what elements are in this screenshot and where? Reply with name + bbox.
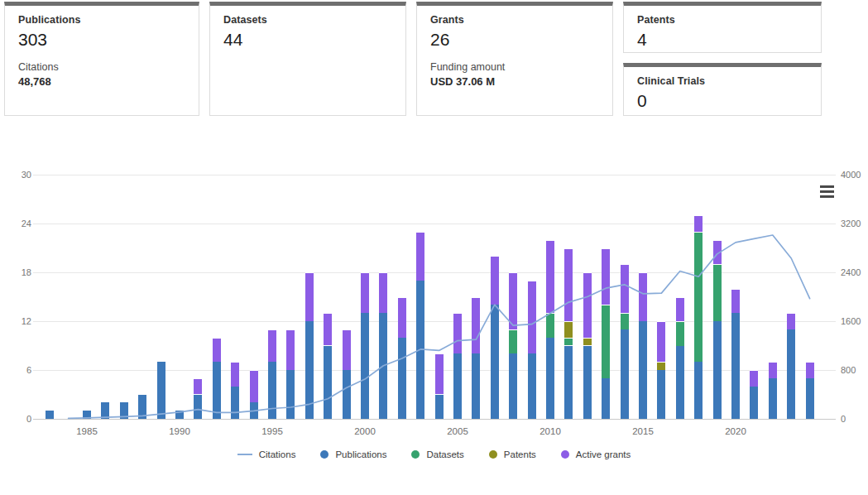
bar-segment-active-grants[interactable] [750,370,758,387]
legend-item-patents[interactable]: Patents [489,449,536,459]
bar-segment-publications[interactable] [583,346,592,420]
bar-segment-active-grants[interactable] [639,272,647,321]
bar-segment-datasets[interactable] [546,313,554,338]
bar-segment-publications[interactable] [453,353,462,419]
bar-segment-publications[interactable] [731,313,740,419]
bar-segment-publications[interactable] [528,353,536,419]
bar-segment-active-grants[interactable] [416,232,424,281]
bar-segment-active-grants[interactable] [621,264,629,313]
bar-segment-active-grants[interactable] [379,272,387,313]
bar-segment-active-grants[interactable] [324,313,332,345]
bar-segment-publications[interactable] [231,387,239,419]
bar-segment-datasets[interactable] [509,329,517,354]
bar-segment-datasets[interactable] [694,232,703,362]
bar-segment-publications[interactable] [694,362,703,419]
bar-segment-publications[interactable] [546,338,554,419]
bar-segment-publications[interactable] [46,411,54,419]
legend-label: Citations [259,449,296,459]
bar-segment-publications[interactable] [175,411,184,419]
bar-segment-publications[interactable] [750,387,758,419]
bar-segment-publications[interactable] [639,321,647,419]
bar-segment-publications[interactable] [435,395,444,420]
bar-segment-publications[interactable] [621,329,629,419]
bar-segment-active-grants[interactable] [713,240,722,265]
left-axis-tick-label: 30 [3,171,31,180]
bar-segment-publications[interactable] [138,395,146,420]
bar-segment-active-grants[interactable] [676,297,684,322]
bar-segment-publications[interactable] [713,321,722,419]
bar-segment-patents[interactable] [657,362,665,370]
bar-segment-active-grants[interactable] [564,248,573,322]
bar-segment-active-grants[interactable] [546,240,554,314]
bar-segment-active-grants[interactable] [268,329,276,362]
bar-segment-active-grants[interactable] [694,215,703,232]
bar-segment-publications[interactable] [101,402,109,419]
x-axis-tick-label: 2000 [347,426,383,436]
bar-segment-publications[interactable] [657,370,665,419]
bar-segment-publications[interactable] [343,370,351,419]
bar-segment-active-grants[interactable] [231,362,239,387]
bar-segment-publications[interactable] [416,281,424,419]
bar-segment-publications[interactable] [194,395,202,420]
legend-item-citations[interactable]: Citations [237,449,296,459]
bar-segment-publications[interactable] [491,305,499,419]
bar-segment-active-grants[interactable] [398,297,406,338]
bar-segment-publications[interactable] [361,313,369,419]
bar-segment-active-grants[interactable] [731,289,740,314]
bar-segment-publications[interactable] [806,378,814,419]
bar-segment-publications[interactable] [120,402,128,419]
bar-segment-active-grants[interactable] [435,353,444,394]
bar-segment-active-grants[interactable] [769,362,777,378]
bar-segment-publications[interactable] [509,353,517,419]
bar-segment-patents[interactable] [583,338,592,346]
bar-segment-datasets[interactable] [713,264,722,321]
bar-segment-datasets[interactable] [676,321,684,346]
bar-segment-active-grants[interactable] [472,297,480,354]
legend-item-datasets[interactable]: Datasets [411,449,463,459]
bar-segment-publications[interactable] [472,353,480,419]
bar-segment-active-grants[interactable] [528,281,536,354]
bar-segment-active-grants[interactable] [602,248,610,305]
bar-segment-datasets[interactable] [621,313,629,329]
chart-menu-icon[interactable] [820,185,834,198]
bar-segment-publications[interactable] [398,338,406,419]
bar-segment-publications[interactable] [379,313,387,419]
bar-segment-active-grants[interactable] [787,313,795,329]
bar-segment-publications[interactable] [250,402,258,419]
bar-segment-publications[interactable] [787,329,795,419]
bar-segment-publications[interactable] [83,411,91,419]
legend-dot-swatch [561,450,569,459]
legend-item-publications[interactable]: Publications [320,449,386,459]
right-axis-tick-label: 2400 [841,268,861,277]
bar-segment-publications[interactable] [324,346,332,420]
x-axis-tick-label: 2020 [717,426,754,436]
bar-segment-publications[interactable] [564,346,573,420]
bar-segment-publications[interactable] [268,362,276,419]
bar-segment-publications[interactable] [286,370,295,419]
bar-segment-datasets[interactable] [564,338,573,346]
bar-segment-active-grants[interactable] [806,362,814,378]
bar-segment-active-grants[interactable] [583,272,592,338]
bar-segment-active-grants[interactable] [213,338,221,363]
bar-segment-active-grants[interactable] [361,272,369,313]
publications-timeline-chart: 0068001216001824002432003040001985199019… [0,0,868,495]
bar-segment-active-grants[interactable] [491,256,499,305]
bar-segment-publications[interactable] [602,378,610,419]
bar-segment-publications[interactable] [213,362,221,419]
bar-segment-active-grants[interactable] [343,329,351,370]
bar-segment-patents[interactable] [564,321,573,338]
bar-segment-datasets[interactable] [602,305,610,378]
bar-segment-active-grants[interactable] [194,378,202,395]
legend-item-active-grants[interactable]: Active grants [561,449,631,459]
legend-label: Patents [504,449,536,459]
bar-segment-active-grants[interactable] [453,313,462,353]
bar-segment-publications[interactable] [676,346,684,420]
bar-segment-active-grants[interactable] [286,329,295,370]
bar-segment-publications[interactable] [769,378,777,419]
bar-segment-active-grants[interactable] [657,321,665,362]
bar-segment-active-grants[interactable] [305,272,314,321]
bar-segment-active-grants[interactable] [509,272,517,329]
bar-segment-active-grants[interactable] [250,370,258,402]
bar-segment-publications[interactable] [305,321,314,419]
bar-segment-publications[interactable] [157,362,165,419]
